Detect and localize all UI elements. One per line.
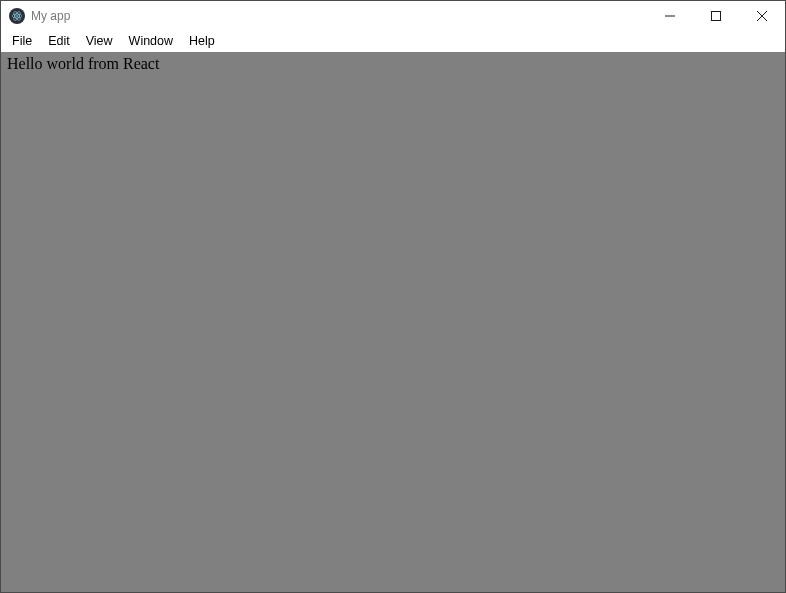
close-icon xyxy=(757,11,767,21)
electron-icon xyxy=(9,8,25,24)
window-title: My app xyxy=(31,9,647,23)
menu-window[interactable]: Window xyxy=(122,32,180,50)
window-controls xyxy=(647,1,785,31)
minimize-button[interactable] xyxy=(647,1,693,31)
menu-file[interactable]: File xyxy=(5,32,39,50)
menu-edit[interactable]: Edit xyxy=(41,32,77,50)
menu-view[interactable]: View xyxy=(79,32,120,50)
menu-help[interactable]: Help xyxy=(182,32,222,50)
minimize-icon xyxy=(665,11,675,21)
svg-point-0 xyxy=(16,15,18,17)
menubar: File Edit View Window Help xyxy=(1,31,785,52)
content-message: Hello world from React xyxy=(7,55,159,72)
svg-rect-5 xyxy=(712,12,721,21)
close-button[interactable] xyxy=(739,1,785,31)
titlebar: My app xyxy=(1,1,785,31)
maximize-button[interactable] xyxy=(693,1,739,31)
maximize-icon xyxy=(711,11,721,21)
content-area: Hello world from React xyxy=(1,52,785,592)
